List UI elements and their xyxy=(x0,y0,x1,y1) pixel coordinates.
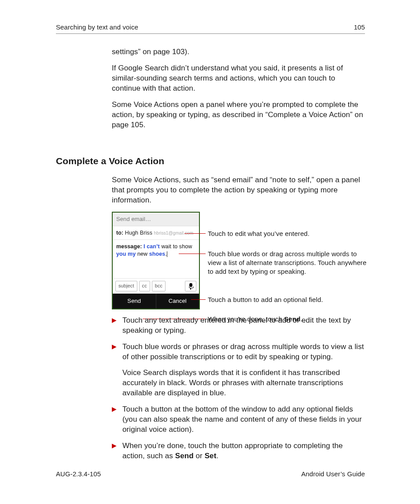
send-button[interactable]: Send xyxy=(113,294,156,309)
body-paragraph: settings” on page 103). xyxy=(112,47,365,57)
to-field[interactable]: to: Hugh Briss hbriss1@gmail.com xyxy=(113,226,199,240)
panel-action-bar: Send Cancel xyxy=(113,294,199,309)
page-footer: AUG-2.3.4-105 Android User’s Guide xyxy=(56,470,365,478)
microphone-icon xyxy=(189,283,193,289)
subject-button[interactable]: subject xyxy=(115,281,137,291)
voice-action-panel: Send email… to: Hugh Briss hbriss1@gmail… xyxy=(112,212,200,309)
instruction-list: Touch any text already entered in the pa… xyxy=(112,316,365,461)
cc-button[interactable]: cc xyxy=(139,281,150,291)
cancel-button[interactable]: Cancel xyxy=(156,294,199,309)
footer-doc-id: AUG-2.3.4-105 xyxy=(56,470,101,478)
text-caret-icon xyxy=(167,251,167,257)
body-paragraph: Some Voice Actions open a panel where yo… xyxy=(112,100,365,130)
figure: Send email… to: Hugh Briss hbriss1@gmail… xyxy=(112,212,365,309)
section-heading: Complete a Voice Action xyxy=(56,155,365,167)
transcript-word[interactable]: you my xyxy=(116,251,136,257)
message-label: message: xyxy=(116,243,142,250)
header-section: Searching by text and voice xyxy=(56,23,138,32)
callout-text: Touch blue words or drag across multiple… xyxy=(208,250,369,276)
transcript-word[interactable]: shoes xyxy=(149,251,166,257)
to-email: hbriss1@gmail.com xyxy=(154,231,194,235)
body-paragraph: If Google Search didn’t understand what … xyxy=(112,63,365,94)
to-label: to: xyxy=(116,230,123,236)
optional-field-row: subject cc bcc xyxy=(113,278,199,294)
list-item: When you’re done, touch the button appro… xyxy=(112,441,365,461)
list-item: Touch any text already entered in the pa… xyxy=(112,316,365,336)
list-item: Touch blue words or phrases or drag acro… xyxy=(112,342,365,362)
header-page-number: 105 xyxy=(354,23,365,32)
message-field[interactable]: message: I can’t wait to show you my new… xyxy=(113,240,199,278)
list-item: Touch a button at the bottom of the wind… xyxy=(112,405,365,435)
panel-title: Send email… xyxy=(113,213,199,226)
transcript-word[interactable]: wait to show xyxy=(161,243,192,250)
transcript-word[interactable]: I can’t xyxy=(144,243,160,250)
bcc-button[interactable]: bcc xyxy=(152,281,166,291)
microphone-button[interactable] xyxy=(185,281,196,291)
footer-doc-title: Android User’s Guide xyxy=(301,470,365,478)
transcript-word[interactable]: new xyxy=(137,251,147,257)
to-name: Hugh Briss xyxy=(125,230,152,236)
callout-text: Touch a button to add an optional field. xyxy=(208,295,369,304)
callout-text: Touch to edit what you’ve entered. xyxy=(208,229,369,238)
running-header: Searching by text and voice 105 xyxy=(56,23,365,34)
section-lead: Some Voice Actions, such as “send email”… xyxy=(112,175,365,206)
list-item-continuation: Voice Search displays words that it is c… xyxy=(112,368,365,398)
